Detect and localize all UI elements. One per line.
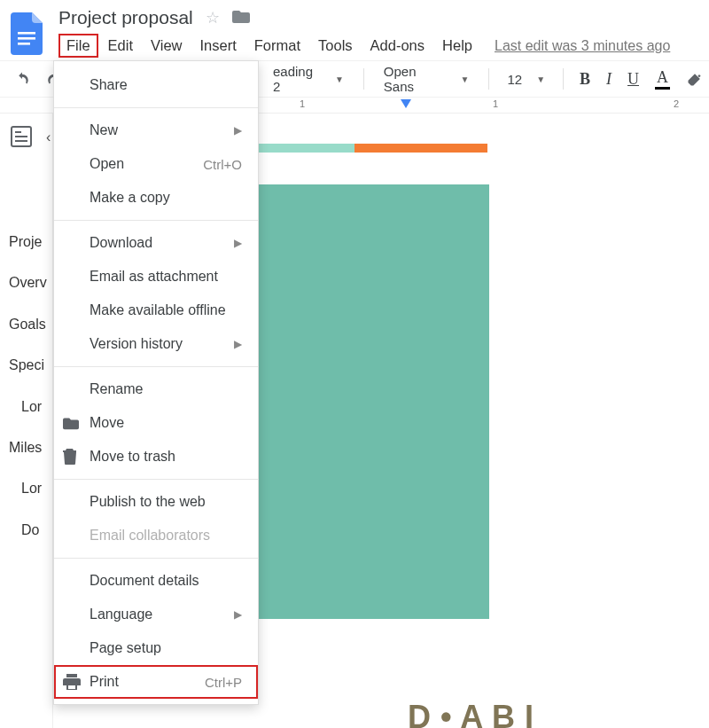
menu-make-copy[interactable]: Make a copy bbox=[54, 181, 258, 215]
menu-label: Email as attachment bbox=[90, 269, 218, 285]
menu-edit[interactable]: Edit bbox=[100, 34, 141, 58]
chevron-right-icon: ▶ bbox=[234, 124, 242, 137]
menu-label: Version history bbox=[90, 336, 183, 352]
menu-insert[interactable]: Insert bbox=[192, 34, 245, 58]
outline-list: Proje Overv Goals Speci Lor Miles Lor Do bbox=[9, 222, 55, 551]
menu-move[interactable]: Move bbox=[54, 406, 258, 440]
menu-email-attachment[interactable]: Email as attachment bbox=[54, 260, 258, 294]
star-icon[interactable]: ☆ bbox=[206, 8, 220, 27]
menu-label: Move to trash bbox=[90, 449, 175, 465]
italic-button[interactable]: I bbox=[601, 67, 617, 92]
shortcut-label: Ctrl+P bbox=[205, 675, 242, 690]
chevron-right-icon: ▶ bbox=[234, 608, 242, 621]
app-header: Project proposal ☆ File Edit View Insert… bbox=[0, 0, 709, 60]
svg-rect-2 bbox=[18, 43, 30, 45]
chevron-right-icon: ▶ bbox=[234, 237, 242, 249]
outline-item[interactable]: Overv bbox=[9, 262, 55, 303]
menu-label: Make a copy bbox=[90, 190, 170, 206]
menu-label: Move bbox=[90, 415, 124, 431]
outline-item[interactable]: Goals bbox=[9, 304, 55, 345]
menu-version-history[interactable]: Version history ▶ bbox=[54, 327, 258, 361]
ruler-tick-label: 1 bbox=[493, 98, 498, 109]
menu-label: Make available offline bbox=[90, 302, 226, 318]
file-menu-dropdown: Share New ▶ Open Ctrl+O Make a copy Down… bbox=[53, 60, 259, 705]
outline-item[interactable]: Speci bbox=[9, 345, 55, 386]
outline-item[interactable]: Do bbox=[9, 510, 55, 551]
menu-label: Page setup bbox=[90, 640, 161, 656]
paragraph-style-select[interactable]: eading 2 ▼ bbox=[264, 62, 353, 96]
menu-label: Email collaborators bbox=[90, 528, 210, 544]
svg-rect-0 bbox=[18, 32, 35, 35]
separator bbox=[54, 220, 258, 221]
outline-extra-glyph: ‹ bbox=[46, 129, 51, 145]
menu-label: Print bbox=[90, 674, 119, 690]
menu-tools[interactable]: Tools bbox=[310, 34, 361, 58]
menu-label: New bbox=[90, 122, 118, 138]
outline-item[interactable]: Proje bbox=[9, 222, 55, 262]
underline-button[interactable]: U bbox=[622, 67, 644, 92]
menu-label: Publish to the web bbox=[90, 494, 206, 510]
outline-toggle-icon[interactable] bbox=[11, 126, 32, 147]
trash-icon bbox=[63, 449, 77, 465]
font-size-value: 12 bbox=[507, 72, 522, 87]
text-color-button[interactable]: A bbox=[650, 65, 675, 93]
svg-rect-1 bbox=[18, 37, 35, 40]
folder-icon[interactable] bbox=[232, 9, 250, 27]
print-icon bbox=[63, 674, 81, 690]
menu-format[interactable]: Format bbox=[246, 34, 308, 58]
document-title[interactable]: Project proposal bbox=[58, 7, 193, 28]
menu-new[interactable]: New ▶ bbox=[54, 114, 258, 147]
undo-button[interactable] bbox=[9, 67, 35, 90]
menu-label: Rename bbox=[90, 381, 143, 397]
menu-language[interactable]: Language ▶ bbox=[54, 598, 258, 631]
bold-button[interactable]: B bbox=[574, 67, 596, 92]
font-size-select[interactable]: 12 ▼ bbox=[500, 70, 552, 89]
separator bbox=[54, 107, 258, 108]
indent-marker-icon[interactable] bbox=[401, 99, 411, 108]
chevron-down-icon: ▼ bbox=[536, 74, 545, 84]
menu-print[interactable]: Print Ctrl+P bbox=[54, 665, 258, 699]
separator bbox=[54, 479, 258, 480]
folder-icon bbox=[63, 416, 79, 430]
separator bbox=[54, 558, 258, 559]
chevron-right-icon: ▶ bbox=[234, 338, 242, 350]
separator bbox=[54, 366, 258, 367]
docs-logo-icon[interactable] bbox=[11, 12, 43, 55]
font-family-value: Open Sans bbox=[384, 64, 447, 94]
menu-rename[interactable]: Rename bbox=[54, 372, 258, 406]
outline-item[interactable]: Lor bbox=[9, 387, 55, 427]
document-heading: D • A B I bbox=[408, 699, 534, 728]
outline-item[interactable]: Miles bbox=[9, 427, 55, 468]
menu-help[interactable]: Help bbox=[434, 34, 480, 58]
menu-email-collaborators: Email collaborators bbox=[54, 519, 258, 552]
menu-label: Document details bbox=[90, 573, 199, 589]
menu-download[interactable]: Download ▶ bbox=[54, 226, 258, 260]
paragraph-style-value: eading 2 bbox=[273, 64, 321, 94]
menu-page-setup[interactable]: Page setup bbox=[54, 631, 258, 665]
menu-doc-details[interactable]: Document details bbox=[54, 564, 258, 598]
menu-bar: File Edit View Insert Format Tools Add-o… bbox=[58, 34, 709, 58]
menu-open[interactable]: Open Ctrl+O bbox=[54, 147, 258, 181]
menu-addons[interactable]: Add-ons bbox=[362, 34, 432, 58]
chevron-down-icon: ▼ bbox=[335, 74, 344, 84]
menu-label: Download bbox=[90, 235, 152, 251]
highlight-button[interactable] bbox=[681, 67, 709, 91]
menu-view[interactable]: View bbox=[143, 34, 190, 58]
shortcut-label: Ctrl+O bbox=[203, 157, 242, 172]
outline-item[interactable]: Lor bbox=[9, 468, 55, 509]
separator bbox=[488, 68, 489, 90]
last-edit-link[interactable]: Last edit was 3 minutes ago bbox=[495, 38, 670, 54]
separator bbox=[363, 68, 364, 90]
menu-share[interactable]: Share bbox=[54, 68, 258, 102]
chevron-down-icon: ▼ bbox=[461, 74, 470, 84]
menu-publish[interactable]: Publish to the web bbox=[54, 485, 258, 519]
menu-file[interactable]: File bbox=[58, 34, 98, 58]
font-family-select[interactable]: Open Sans ▼ bbox=[375, 62, 479, 96]
ruler-tick-label: 1 bbox=[300, 98, 305, 109]
menu-label: Language bbox=[90, 607, 152, 622]
menu-make-offline[interactable]: Make available offline bbox=[54, 294, 258, 327]
menu-label: Open bbox=[90, 156, 124, 172]
menu-move-trash[interactable]: Move to trash bbox=[54, 440, 258, 474]
ruler-tick-label: 2 bbox=[674, 98, 679, 109]
separator bbox=[563, 68, 564, 90]
